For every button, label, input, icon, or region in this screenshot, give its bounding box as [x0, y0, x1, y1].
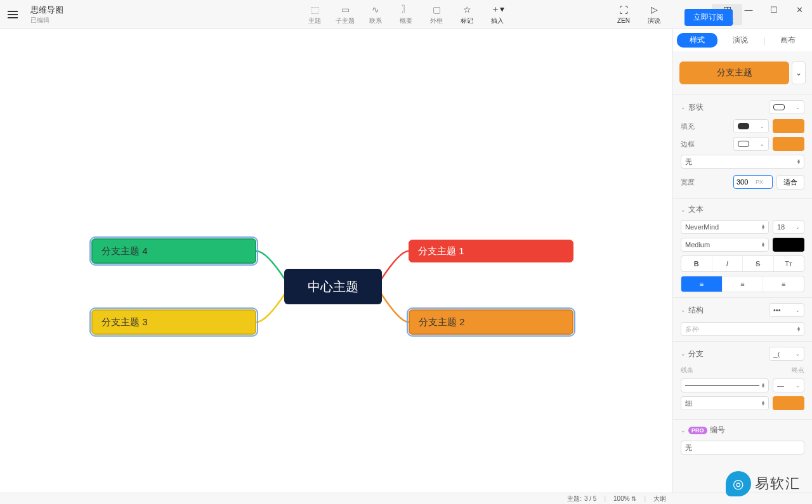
bold-button[interactable]: B: [681, 256, 712, 271]
minimize-button[interactable]: —: [736, 0, 761, 19]
outline-toggle[interactable]: 大纲: [653, 494, 666, 503]
tab-separator: |: [763, 36, 765, 45]
numbering-value[interactable]: 无: [681, 441, 804, 455]
subtopic-button[interactable]: ▭子主题: [330, 4, 360, 25]
border-type-selector[interactable]: ⌄: [733, 137, 769, 151]
text-format-row: B I S Tт: [681, 255, 804, 272]
subtopic-icon: ▭: [341, 4, 350, 15]
relation-button[interactable]: ∿联系: [360, 4, 391, 25]
pitch-icon: ▷: [651, 4, 658, 15]
structure-icon-selector[interactable]: •••⌄: [769, 303, 804, 317]
align-right-button[interactable]: ≡: [763, 276, 804, 292]
toolbar-center-group: ⬚主题 ▭子主题 ∿联系 〗概要 ▢外框 ☆标记 ＋▾插入: [299, 4, 513, 25]
chevron-down-icon: ⌄: [681, 104, 686, 110]
font-size-selector[interactable]: 18⌄: [773, 220, 804, 234]
structure-value[interactable]: 多种▴▾: [681, 322, 804, 336]
relation-icon: ∿: [372, 4, 379, 15]
topic-button[interactable]: ⬚主题: [299, 4, 330, 25]
width-input-field[interactable]: [737, 178, 756, 186]
shape-selector[interactable]: ⌄: [769, 100, 804, 114]
branch-color-swatch[interactable]: [773, 396, 804, 410]
font-weight-selector[interactable]: Medium▴▾: [681, 238, 769, 252]
branch-line-label: 线条: [681, 366, 693, 375]
close-button[interactable]: ✕: [787, 0, 812, 19]
border-label: 边框: [681, 139, 695, 149]
insert-button[interactable]: ＋▾插入: [482, 4, 513, 25]
zen-button[interactable]: ⛶ZEN: [608, 4, 639, 25]
style-preview-swatch[interactable]: 分支主题: [679, 61, 789, 84]
tab-style[interactable]: 样式: [677, 33, 717, 48]
toolbar-right-group: ⛶ZEN ▷演说: [608, 4, 669, 25]
central-topic-node[interactable]: 中心主题: [284, 269, 382, 304]
fill-label: 填充: [681, 122, 695, 131]
format-panel: 样式 演说 | 画布 分支主题 ⌄ ⌄形状 ⌄ 填充 ⌄ 边框 ⌄ 无▴▾: [672, 29, 812, 493]
branch-line-style[interactable]: ▴▾: [681, 378, 769, 392]
topics-label: 主题:: [567, 494, 582, 503]
fill-type-selector[interactable]: ⌄: [733, 119, 769, 133]
branch-endpoint-label: 终点: [792, 366, 804, 375]
section-numbering-title: 编号: [710, 425, 725, 436]
case-button[interactable]: Tт: [774, 256, 804, 271]
boundary-icon: ▢: [433, 4, 441, 15]
fit-button[interactable]: 适合: [776, 175, 804, 190]
section-shape: ⌄形状 ⌄ 填充 ⌄ 边框 ⌄ 无▴▾ 宽度 PX: [673, 94, 812, 198]
subscribe-button[interactable]: 立即订阅: [684, 9, 733, 26]
italic-button[interactable]: I: [712, 256, 743, 271]
document-status: 已编辑: [30, 16, 63, 25]
marker-icon: ☆: [463, 4, 471, 15]
branch-shape-selector[interactable]: ⎯(⌄: [769, 347, 804, 361]
text-color-swatch[interactable]: [773, 238, 804, 252]
strike-button[interactable]: S: [743, 256, 774, 271]
section-text-title: 文本: [688, 204, 704, 215]
branch-node-4[interactable]: 分支主题 4: [91, 238, 256, 264]
section-branch-title: 分支: [688, 349, 704, 359]
branch-thickness[interactable]: 细▴▾: [681, 396, 769, 410]
window-controls: — ☐ ✕: [736, 0, 812, 19]
fill-color-swatch[interactable]: [773, 119, 804, 133]
insert-icon: ＋▾: [491, 4, 504, 15]
panel-tabs: 样式 演说 | 画布: [673, 29, 812, 51]
section-structure-title: 结构: [688, 305, 704, 316]
boundary-button[interactable]: ▢外框: [421, 4, 452, 25]
topic-icon: ⬚: [311, 4, 319, 15]
branch-node-3[interactable]: 分支主题 3: [91, 309, 256, 335]
border-line-style[interactable]: 无▴▾: [681, 155, 804, 169]
section-numbering: ⌄PRO编号 无: [673, 419, 812, 460]
menu-icon: [8, 11, 18, 18]
mindmap-canvas[interactable]: 中心主题 分支主题 1 分支主题 2 分支主题 3 分支主题 4: [0, 29, 672, 493]
align-left-button[interactable]: ≡: [681, 276, 723, 292]
summary-button[interactable]: 〗概要: [391, 4, 421, 25]
border-color-swatch[interactable]: [773, 137, 804, 151]
tab-pitch[interactable]: 演说: [720, 33, 761, 48]
watermark-icon: ◎: [726, 471, 751, 496]
document-title: 思维导图: [30, 4, 63, 16]
summary-icon: 〗: [402, 4, 410, 15]
section-branch: ⌄分支 ⎯(⌄ 线条 终点 ▴▾ —⌄ 细▴▾: [673, 341, 812, 419]
topics-count: 3 / 5: [584, 495, 596, 502]
width-input[interactable]: PX: [733, 175, 773, 189]
maximize-button[interactable]: ☐: [761, 0, 787, 19]
watermark: ◎ 易软汇: [726, 471, 801, 496]
width-label: 宽度: [681, 178, 695, 187]
pro-badge: PRO: [688, 427, 707, 434]
statusbar: 主题: 3 / 5 | 100% ⇅ | 大纲: [0, 493, 812, 504]
zoom-level[interactable]: 100% ⇅: [613, 495, 636, 502]
branch-node-1[interactable]: 分支主题 1: [409, 240, 573, 262]
tab-canvas[interactable]: 画布: [768, 33, 808, 48]
zen-icon: ⛶: [619, 4, 628, 16]
marker-button[interactable]: ☆标记: [452, 4, 482, 25]
branch-node-2[interactable]: 分支主题 2: [409, 309, 573, 335]
hamburger-menu[interactable]: [0, 0, 25, 29]
section-text: ⌄文本 NeverMind▴▾ 18⌄ Medium▴▾ B I S Tт ≡ …: [673, 198, 812, 297]
text-align-row: ≡ ≡ ≡: [681, 276, 804, 292]
style-preview-dropdown[interactable]: ⌄: [792, 61, 806, 84]
pitch-button[interactable]: ▷演说: [639, 4, 669, 25]
branch-endpoint-style[interactable]: —⌄: [773, 378, 804, 392]
align-center-button[interactable]: ≡: [723, 276, 764, 292]
section-structure: ⌄结构 •••⌄ 多种▴▾: [673, 297, 812, 341]
section-shape-title: 形状: [688, 102, 704, 113]
font-family-selector[interactable]: NeverMind▴▾: [681, 220, 769, 234]
